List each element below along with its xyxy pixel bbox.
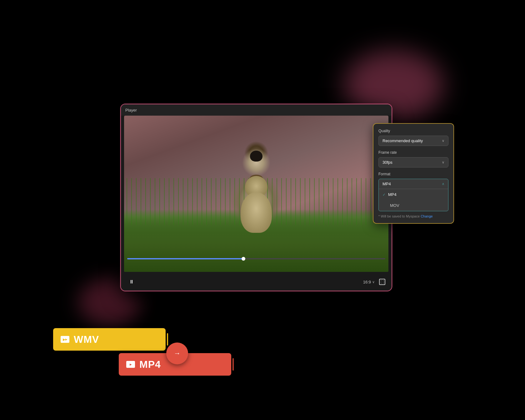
wmv-format-icon: ▶: [61, 336, 69, 343]
quality-select[interactable]: Recommended quality ∨: [378, 136, 448, 146]
quality-section: Quality Recommended quality ∨: [378, 129, 448, 146]
quality-select-value: Recommended quality: [382, 138, 423, 143]
format-option-mov[interactable]: MOV: [379, 200, 448, 211]
format-dropdown[interactable]: MP4 ∧ ✓ MP4 MOV: [378, 179, 448, 211]
frame-rate-label: Frame rate: [378, 150, 448, 155]
mp4-badge-text: MP4: [139, 359, 161, 370]
format-label: Format: [378, 172, 448, 176]
fullscreen-icon: ⛶: [381, 280, 384, 284]
timeline[interactable]: [127, 258, 385, 259]
frame-rate-select[interactable]: 30fps ∨: [378, 157, 448, 168]
monkey-silhouette: [231, 170, 281, 233]
wmv-badge-text: WMV: [74, 334, 99, 345]
quality-label: Quality: [378, 129, 448, 133]
scene: Player: [91, 38, 434, 382]
aspect-ratio-value: 16:9: [363, 280, 371, 284]
player-titlebar: Player: [121, 104, 392, 116]
format-header[interactable]: MP4 ∧: [379, 179, 448, 189]
frame-rate-value: 30fps: [382, 160, 392, 165]
change-link[interactable]: Change: [421, 214, 433, 218]
video-area: [124, 116, 388, 272]
format-option-mp4-label: MP4: [388, 192, 397, 197]
video-content: [124, 116, 388, 272]
format-section: Format MP4 ∧ ✓ MP4 MOV: [378, 172, 448, 211]
fullscreen-button[interactable]: ⛶: [379, 279, 385, 285]
player-title: Player: [125, 108, 137, 112]
pause-button[interactable]: ⏸: [127, 278, 136, 286]
save-note-text: * Will be saved to Myspace: [378, 214, 420, 218]
aspect-ratio-chevron: ∨: [372, 280, 375, 284]
format-option-mp4[interactable]: ✓ MP4: [379, 189, 448, 200]
format-chevron-up-icon: ∧: [442, 182, 444, 186]
timeline-thumb[interactable]: [242, 257, 245, 261]
timeline-progress: [127, 258, 243, 259]
player-controls: ⏸ 16:9 ∨ ⛶: [121, 273, 392, 291]
convert-arrow-icon: →: [174, 349, 181, 358]
monkey-face: [250, 151, 262, 162]
frame-rate-section: Frame rate 30fps ∨: [378, 150, 448, 168]
frame-rate-chevron-icon: ∨: [442, 160, 444, 164]
quality-chevron-icon: ∨: [442, 139, 444, 143]
quality-panel: Quality Recommended quality ∨ Frame rate…: [373, 123, 454, 224]
aspect-ratio-selector[interactable]: 16:9 ∨: [363, 280, 375, 284]
check-icon: ✓: [382, 192, 386, 197]
wmv-badge: ▶ WMV: [53, 328, 166, 351]
mp4-format-icon: ▶: [126, 361, 135, 368]
convert-arrow: →: [166, 342, 188, 364]
save-note: * Will be saved to Myspace Change: [378, 214, 448, 218]
format-selected-value: MP4: [382, 182, 391, 186]
controls-right: 16:9 ∨ ⛶: [363, 279, 385, 285]
player-window: Player: [120, 104, 392, 291]
format-option-mov-label: MOV: [390, 203, 399, 208]
controls-left: ⏸: [127, 278, 136, 286]
monkey-body: [241, 192, 272, 233]
